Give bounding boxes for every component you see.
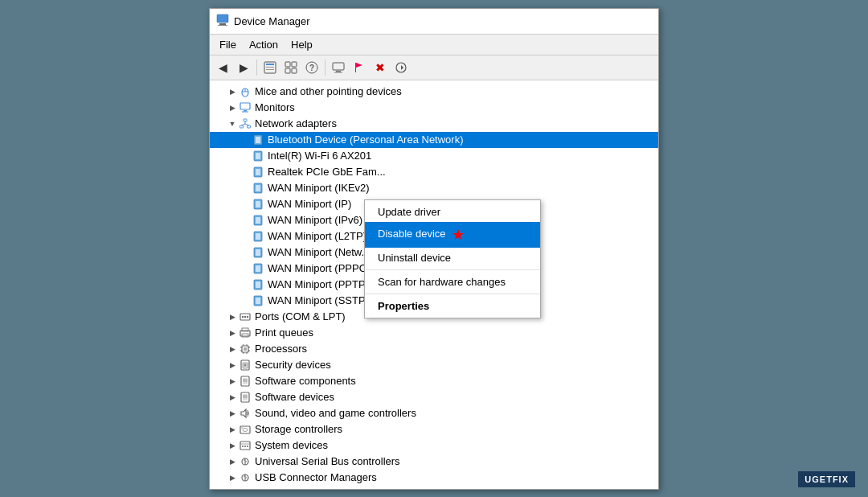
ports-label: Ports (COM & LPT) — [255, 310, 346, 322]
svg-rect-37 — [256, 169, 260, 175]
svg-rect-23 — [240, 103, 250, 109]
tree-item-print[interactable]: ▶ Print queues — [210, 325, 658, 341]
svg-rect-5 — [266, 67, 274, 68]
tree-item-usb[interactable]: ▶ Universal Serial Bus controllers — [210, 454, 658, 470]
delete-button[interactable]: ✖ — [371, 58, 390, 77]
menu-help[interactable]: Help — [285, 36, 319, 53]
system-icon — [239, 439, 252, 452]
menu-file[interactable]: File — [213, 36, 243, 53]
wan-ipv6-label: WAN Miniport (IPv6) — [268, 214, 362, 226]
system-label: System devices — [255, 439, 328, 451]
tree-item-usb-connector[interactable]: ▶ USB Connector Managers — [210, 470, 658, 486]
network-label: Network adapters — [255, 117, 337, 129]
arrow-processors: ▶ — [226, 343, 239, 355]
storage-icon — [239, 423, 252, 436]
svg-point-56 — [244, 315, 246, 317]
ctx-update-driver[interactable]: Update driver — [365, 202, 540, 222]
help-button[interactable]: ? — [302, 58, 321, 77]
tree-item-security[interactable]: ▶ Security devices — [210, 357, 658, 373]
wan-ip-icon — [252, 198, 264, 211]
tree-item-monitors[interactable]: ▶ Monitors — [210, 100, 658, 116]
mice-label: Mice and other pointing devices — [255, 85, 402, 97]
svg-text:?: ? — [309, 64, 314, 72]
ctx-separator-2 — [365, 294, 540, 294]
tree-item-system[interactable]: ▶ System devices — [210, 437, 658, 454]
svg-marker-19 — [401, 65, 403, 70]
usb-connector-icon — [239, 471, 252, 484]
sw-components-icon — [239, 375, 252, 388]
sound-label: Sound, video and game controllers — [255, 407, 416, 419]
arrow-monitors: ▶ — [226, 101, 239, 114]
tree-item-wan-ikev2[interactable]: WAN Miniport (IKEv2) — [210, 180, 658, 196]
arrow-usb: ▶ — [226, 455, 239, 468]
svg-rect-9 — [285, 68, 290, 73]
tree-item-sound[interactable]: ▶ Sound, video and game controllers — [210, 405, 658, 421]
svg-rect-0 — [217, 14, 228, 23]
tree-item-wifi[interactable]: Intel(R) Wi-Fi 6 AX201 — [210, 148, 658, 164]
sw-devices-label: Software devices — [255, 391, 334, 403]
svg-rect-53 — [256, 298, 260, 304]
tree-item-storage[interactable]: ▶ Storage controllers — [210, 421, 658, 437]
monitor-icon — [239, 101, 252, 114]
tree-item-network[interactable]: ▼ Network adapters — [210, 116, 658, 132]
ctx-uninstall-device[interactable]: Uninstall device — [365, 248, 540, 268]
forward-button[interactable]: ▶ — [234, 58, 253, 77]
arrow-sound: ▶ — [226, 407, 239, 420]
view-button[interactable] — [260, 58, 280, 77]
wan-sstp-label: WAN Miniport (SSTP) — [268, 294, 369, 306]
wan-l2tp-icon — [252, 230, 264, 243]
tree-panel[interactable]: ▶ Mice and other pointing devices ▶ Moni… — [210, 80, 658, 489]
ctx-disable-device[interactable]: Disable device ★ — [365, 222, 540, 248]
tree-item-sw-devices[interactable]: ▶ Software devices — [210, 389, 658, 405]
arrow-network: ▼ — [226, 117, 239, 130]
tree-item-processors[interactable]: ▶ Processors — [210, 341, 658, 357]
svg-line-30 — [242, 124, 246, 125]
back-button[interactable]: ◀ — [213, 58, 232, 77]
svg-rect-51 — [256, 281, 260, 288]
title-bar-icon — [216, 14, 229, 29]
bluetooth-device-icon — [252, 133, 264, 146]
ports-icon — [239, 310, 252, 323]
scan-button[interactable] — [391, 58, 411, 77]
menu-bar: File Action Help — [210, 35, 658, 55]
flag-button[interactable] — [350, 58, 369, 77]
wan-pppoe-icon — [252, 262, 264, 275]
svg-rect-47 — [256, 249, 260, 256]
svg-rect-33 — [256, 137, 260, 143]
sw-components-label: Software components — [255, 375, 356, 387]
wifi-icon — [252, 150, 264, 162]
context-menu: Update driver Disable device ★ Uninstall… — [364, 199, 541, 318]
computer-button[interactable] — [329, 58, 348, 77]
ctx-properties[interactable]: Properties — [365, 296, 540, 316]
ctx-scan-hardware[interactable]: Scan for hardware changes — [365, 272, 540, 292]
network-icon — [239, 117, 252, 130]
tree-item-sw-components[interactable]: ▶ Software components — [210, 373, 658, 389]
mouse-icon — [239, 85, 252, 98]
wan-ikev2-icon — [252, 182, 264, 195]
menu-action[interactable]: Action — [243, 36, 285, 53]
svg-rect-6 — [266, 69, 274, 70]
svg-rect-7 — [285, 62, 290, 67]
svg-rect-2 — [218, 25, 227, 26]
tree-item-bluetooth[interactable]: Bluetooth Device (Personal Area Network) — [210, 132, 658, 148]
tree-item-mice[interactable]: ▶ Mice and other pointing devices — [210, 84, 658, 100]
expand-button[interactable] — [281, 58, 301, 77]
tree-item-realtek[interactable]: Realtek PCIe GbE Fam... — [210, 164, 658, 180]
arrow-wan-ip — [239, 198, 252, 211]
realtek-icon — [252, 166, 264, 179]
usb-icon — [239, 455, 252, 468]
title-bar: Device Manager — [210, 9, 658, 35]
svg-rect-41 — [256, 201, 260, 207]
arrow-wan-pptp — [239, 278, 252, 291]
arrow-wan-l2tp — [239, 230, 252, 243]
processor-icon — [239, 343, 252, 355]
wan-ip-label: WAN Miniport (IP) — [268, 198, 351, 210]
security-label: Security devices — [255, 359, 331, 371]
arrow-usb-connector: ▶ — [226, 471, 239, 484]
svg-rect-62 — [244, 347, 247, 351]
svg-rect-88 — [242, 446, 244, 447]
sw-devices-icon — [239, 391, 252, 404]
svg-rect-25 — [242, 111, 248, 112]
arrow-mice: ▶ — [226, 85, 239, 98]
wan-pptp-icon — [252, 278, 264, 291]
